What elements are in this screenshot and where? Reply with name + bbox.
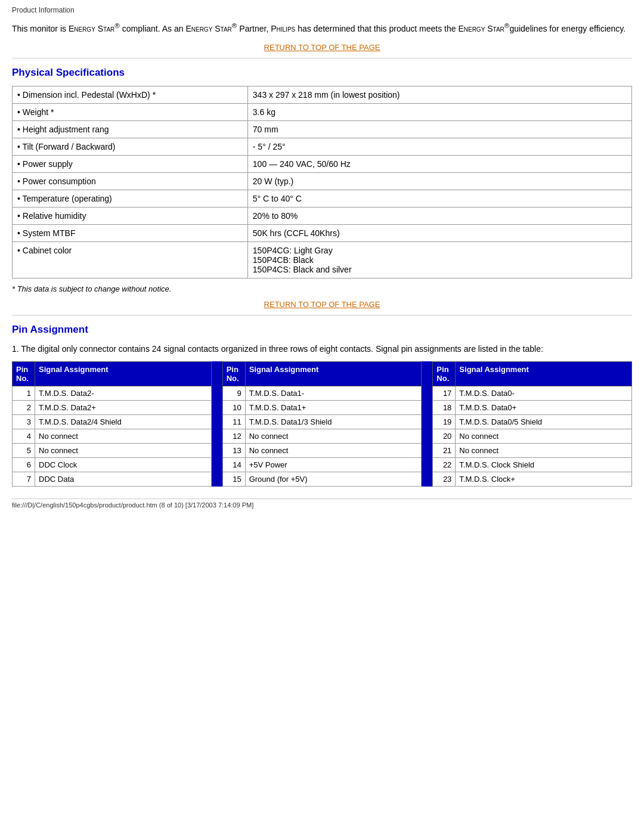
- pin-signal: No connect: [35, 443, 212, 457]
- table-row: • Height adjustment rang70 mm: [13, 120, 632, 138]
- pin-number: 14: [222, 457, 245, 472]
- pin-table-3-header-signal: Signal Assignment: [456, 361, 632, 386]
- spec-value: 150P4CG: Light Gray150P4CB: Black150P4CS…: [247, 241, 631, 278]
- pin-signal: T.M.D.S. Data1+: [245, 400, 422, 414]
- pin-number: 10: [222, 400, 245, 414]
- pin-number: 11: [222, 414, 245, 429]
- pin-signal: T.M.D.S. Data2+: [35, 400, 212, 414]
- table-row: 12No connect: [222, 429, 422, 443]
- table-row: • Temperature (operating)5° C to 40° C: [13, 190, 632, 207]
- table-row: 2T.M.D.S. Data2+: [13, 400, 212, 414]
- pin-table-2-header-pin: Pin No.: [222, 361, 245, 386]
- table-row: 13No connect: [222, 443, 422, 457]
- pin-signal: +5V Power: [245, 457, 422, 472]
- spec-label: • Height adjustment rang: [13, 120, 248, 138]
- pin-number: 1: [13, 386, 35, 400]
- table-row: 1T.M.D.S. Data2-: [13, 386, 212, 400]
- pin-table-1: Pin No. Signal Assignment 1T.M.D.S. Data…: [12, 361, 212, 487]
- pin-signal: T.M.D.S. Data0/5 Shield: [456, 414, 632, 429]
- pin-signal: DDC Data: [35, 472, 212, 486]
- breadcrumb: Product Information: [12, 6, 632, 14]
- pin-number: 12: [222, 429, 245, 443]
- pin-number: 7: [13, 472, 35, 486]
- spec-label: • Power supply: [13, 155, 248, 172]
- pin-signal: T.M.D.S. Data2-: [35, 386, 212, 400]
- pin-signal: T.M.D.S. Data2/4 Shield: [35, 414, 212, 429]
- table-row: 20No connect: [433, 429, 632, 443]
- pin-signal: T.M.D.S. Data1-: [245, 386, 422, 400]
- table-row: 23T.M.D.S. Clock+: [433, 472, 632, 486]
- table-row: • Tilt (Forward / Backward)- 5° / 25°: [13, 138, 632, 155]
- spec-label: • Relative humidity: [13, 207, 248, 224]
- table-row: 6DDC Clock: [13, 457, 212, 472]
- spec-value: 3.6 kg: [247, 103, 631, 120]
- pin-table-1-header-signal: Signal Assignment: [35, 361, 212, 386]
- table-row: • Power supply100 — 240 VAC, 50/60 Hz: [13, 155, 632, 172]
- spec-value: - 5° / 25°: [247, 138, 631, 155]
- spec-label: • Power consumption: [13, 172, 248, 190]
- spec-value: 50K hrs (CCFL 40Khrs): [247, 224, 631, 241]
- pin-number: 6: [13, 457, 35, 472]
- table-row: 21No connect: [433, 443, 632, 457]
- pin-signal: Ground (for +5V): [245, 472, 422, 486]
- pin-table-3: Pin No. Signal Assignment 17T.M.D.S. Dat…: [432, 361, 632, 487]
- pin-number: 2: [13, 400, 35, 414]
- spec-value: 20% to 80%: [247, 207, 631, 224]
- table-row: • Cabinet color150P4CG: Light Gray150P4C…: [13, 241, 632, 278]
- pin-signal: No connect: [456, 443, 632, 457]
- table-row: • Relative humidity20% to 80%: [13, 207, 632, 224]
- spec-label: • Cabinet color: [13, 241, 248, 278]
- pin-table-1-header-pin: Pin No.: [13, 361, 35, 386]
- pin-number: 3: [13, 414, 35, 429]
- pin-signal: T.M.D.S. Data1/3 Shield: [245, 414, 422, 429]
- pin-signal: DDC Clock: [35, 457, 212, 472]
- pin-number: 18: [433, 400, 456, 414]
- physical-specs-title: Physical Specifications: [12, 67, 632, 79]
- pin-number: 21: [433, 443, 456, 457]
- return-link-anchor-1[interactable]: RETURN TO TOP OF THE PAGE: [264, 43, 380, 52]
- spec-label: • Tilt (Forward / Backward): [13, 138, 248, 155]
- pin-signal: T.M.D.S. Data0+: [456, 400, 632, 414]
- table-row: 15Ground (for +5V): [222, 472, 422, 486]
- table-row: 11T.M.D.S. Data1/3 Shield: [222, 414, 422, 429]
- pin-number: 23: [433, 472, 456, 486]
- table-row: 9T.M.D.S. Data1-: [222, 386, 422, 400]
- table-row: 3T.M.D.S. Data2/4 Shield: [13, 414, 212, 429]
- return-link-top-1[interactable]: RETURN TO TOP OF THE PAGE: [12, 42, 632, 52]
- divider-2: [12, 315, 632, 315]
- table-row: 17T.M.D.S. Data0-: [433, 386, 632, 400]
- pin-number: 4: [13, 429, 35, 443]
- table-row: 18T.M.D.S. Data0+: [433, 400, 632, 414]
- footnote: * This data is subject to change without…: [12, 284, 632, 293]
- pin-number: 17: [433, 386, 456, 400]
- spec-label: • System MTBF: [13, 224, 248, 241]
- pin-signal: T.M.D.S. Data0-: [456, 386, 632, 400]
- spec-value: 343 x 297 x 218 mm (in lowest position): [247, 86, 631, 103]
- return-link-top-2[interactable]: RETURN TO TOP OF THE PAGE: [12, 299, 632, 309]
- pin-table-2: Pin No. Signal Assignment 9T.M.D.S. Data…: [222, 361, 422, 487]
- table-row: 10T.M.D.S. Data1+: [222, 400, 422, 414]
- divider-1: [12, 58, 632, 58]
- pin-separator-2: [422, 361, 432, 487]
- return-link-anchor-2[interactable]: RETURN TO TOP OF THE PAGE: [264, 300, 380, 309]
- pin-number: 20: [433, 429, 456, 443]
- pin-signal: No connect: [35, 429, 212, 443]
- pin-intro-text: 1. The digital only connector contains 2…: [12, 343, 632, 355]
- spec-value: 5° C to 40° C: [247, 190, 631, 207]
- pin-number: 5: [13, 443, 35, 457]
- spec-label: • Temperature (operating): [13, 190, 248, 207]
- pin-signal: T.M.D.S. Clock Shield: [456, 457, 632, 472]
- table-row: 19T.M.D.S. Data0/5 Shield: [433, 414, 632, 429]
- table-row: • Power consumption20 W (typ.): [13, 172, 632, 190]
- pin-number: 13: [222, 443, 245, 457]
- table-row: 4No connect: [13, 429, 212, 443]
- status-bar: file:///D|/C/english/150p4cgbs/product/p…: [12, 498, 632, 509]
- pin-number: 9: [222, 386, 245, 400]
- spec-label: • Dimension incl. Pedestal (WxHxD) *: [13, 86, 248, 103]
- pin-signal: No connect: [245, 429, 422, 443]
- table-row: • System MTBF50K hrs (CCFL 40Khrs): [13, 224, 632, 241]
- pin-tables-container: Pin No. Signal Assignment 1T.M.D.S. Data…: [12, 361, 632, 487]
- physical-specs-table: • Dimension incl. Pedestal (WxHxD) *343 …: [12, 86, 632, 278]
- table-row: 7DDC Data: [13, 472, 212, 486]
- pin-table-3-header-pin: Pin No.: [433, 361, 456, 386]
